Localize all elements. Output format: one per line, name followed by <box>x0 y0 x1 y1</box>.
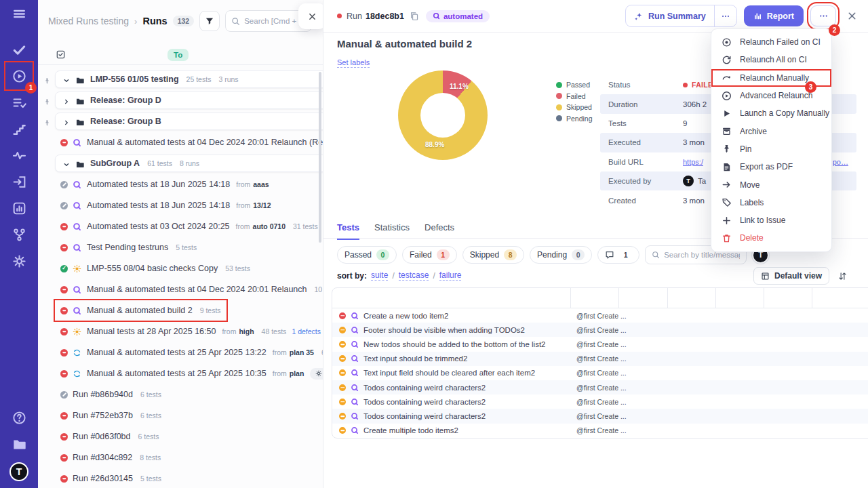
runs-check-icon[interactable] <box>11 41 27 58</box>
run-list-item[interactable]: LMP-555 08/04 basic checks Copy 53 tests <box>38 260 323 277</box>
status-filter-chip[interactable]: Pending 0 <box>530 246 592 264</box>
tasks-list-icon[interactable] <box>11 94 27 110</box>
run-summary-button[interactable]: Run Summary <box>626 5 714 26</box>
filter-button[interactable] <box>199 11 220 31</box>
analytics-icon[interactable] <box>11 200 27 216</box>
sort-by-testcase-link[interactable]: testcase <box>399 270 429 281</box>
runs-filter-chip-today[interactable]: To <box>167 49 189 61</box>
menu-icon[interactable] <box>11 5 27 22</box>
tests-search-input[interactable] <box>664 251 740 259</box>
settings-icon[interactable] <box>11 253 27 269</box>
run-list-item[interactable]: Run #b86b940d 6 tests <box>38 386 323 403</box>
build-url-link-tail[interactable]: po… <box>833 158 848 166</box>
run-list-item[interactable]: SubGroup A 61 tests 8 runs <box>38 155 323 172</box>
run-list-item[interactable]: Run #d304c892 8 tests <box>38 449 323 466</box>
test-table-row[interactable]: Create a new todo item2 @first Create ..… <box>332 308 868 323</box>
test-table-row[interactable]: Todos containing weird characters2 @firs… <box>332 409 868 423</box>
menu-item[interactable]: Pin <box>711 140 831 158</box>
menu-item[interactable]: Relaunch Failed on CI <box>711 33 831 51</box>
status-filter-chip[interactable]: Skipped 8 <box>462 246 524 264</box>
sort-order-icon[interactable] <box>837 271 848 281</box>
menu-item[interactable]: Relaunch Manually 3 <box>711 69 831 87</box>
run-actions-more-button[interactable]: 2 <box>810 5 836 26</box>
run-title: Automated tests at 03 Oct 2024 20:25 <box>87 222 230 231</box>
report-button[interactable]: Report <box>744 5 804 26</box>
run-list-item[interactable]: Manual & automated tests at 25 Apr 2025 … <box>38 344 323 361</box>
move-icon <box>722 180 732 190</box>
close-run-detail-button[interactable] <box>847 11 857 21</box>
run-tests-count: 31 tests <box>293 222 318 230</box>
chevron-icon[interactable] <box>62 117 71 125</box>
run-list-item[interactable]: Release: Group B <box>38 113 323 130</box>
test-table-row[interactable]: New todos should be added to the bottom … <box>332 337 868 351</box>
run-detail-tab[interactable]: Tests <box>337 222 359 240</box>
sign-in-icon[interactable] <box>11 174 27 190</box>
help-icon[interactable] <box>11 409 27 426</box>
steps-icon[interactable] <box>11 121 27 137</box>
test-table-row[interactable]: Footer should be visible when adding TOD… <box>332 323 868 337</box>
run-list-item[interactable]: Manual tests at 28 Apr 2025 16:50 fromhi… <box>38 323 323 340</box>
default-view-button[interactable]: Default view <box>753 267 829 285</box>
close-runs-panel-button[interactable] <box>298 3 323 29</box>
run-list-item[interactable]: Run #0d63f0bd 6 tests <box>38 428 323 445</box>
copy-run-id-button[interactable] <box>410 12 419 21</box>
run-detail-tab[interactable]: Defects <box>425 222 454 240</box>
status-filter-chip[interactable]: Failed 1 <box>402 246 457 264</box>
breadcrumb-project[interactable]: Mixed Runs testing <box>48 16 129 26</box>
menu-item[interactable]: Relaunch All on CI <box>711 51 831 68</box>
run-list-item[interactable]: Release: Group D <box>38 92 323 109</box>
automated-test-icon <box>351 412 359 420</box>
set-labels-link[interactable]: Set labels <box>337 58 370 68</box>
status-filter-chip[interactable]: 1 <box>597 246 639 264</box>
test-table-row[interactable]: Todos containing weird characters2 @firs… <box>332 394 868 409</box>
test-title: Todos containing weird characters2 <box>363 412 486 420</box>
runs-list-scrollbar[interactable] <box>319 72 321 243</box>
sort-by-suite-link[interactable]: suite <box>371 270 388 281</box>
chevron-icon[interactable] <box>62 75 71 83</box>
run-list-item[interactable]: Test Pending testruns 5 tests <box>38 239 323 256</box>
projects-icon[interactable] <box>11 436 27 452</box>
run-detail-tab[interactable]: Statistics <box>374 222 410 240</box>
run-list-item[interactable]: Run #752eb37b 6 tests <box>38 407 323 424</box>
automated-badge[interactable]: automated <box>426 10 490 22</box>
folder-icon <box>75 96 85 105</box>
sort-by-failure-link[interactable]: failure <box>439 270 462 281</box>
run-list-item[interactable]: Manual & automated tests at 04 Dec 2024 … <box>38 134 323 151</box>
run-list-item[interactable]: Manual & automated build 2 9 tests <box>38 302 323 319</box>
run-summary-more-button[interactable] <box>714 5 736 26</box>
play-circle-icon[interactable]: 1 <box>11 68 27 84</box>
branches-icon[interactable] <box>11 226 27 243</box>
run-list-item[interactable]: Manual & automated tests at 04 Dec 2024 … <box>38 281 323 298</box>
menu-item[interactable]: Export as PDF <box>711 158 831 176</box>
activity-icon[interactable] <box>11 147 27 163</box>
run-list-item[interactable]: Automated tests at 18 Jun 2025 14:18 fro… <box>38 176 323 193</box>
test-table-row[interactable]: Todos containing weird characters2 @firs… <box>332 380 868 394</box>
chevron-icon[interactable] <box>62 159 71 167</box>
menu-item[interactable]: Archive <box>711 122 831 140</box>
run-defects-link[interactable]: 1 defects <box>292 327 321 336</box>
menu-item[interactable]: Move <box>711 176 831 193</box>
menu-item[interactable]: Labels <box>711 194 831 211</box>
run-status-icon <box>60 286 68 293</box>
select-all-icon[interactable] <box>56 49 66 60</box>
test-suite: @first Create ... <box>571 412 868 420</box>
run-list-item[interactable]: Manual & automated tests at 25 Apr 2025 … <box>38 365 323 382</box>
run-list-item[interactable]: Automated tests at 03 Oct 2024 20:25 fro… <box>38 218 323 235</box>
menu-item[interactable]: Delete <box>711 229 831 247</box>
run-list-item[interactable]: LMP-556 01/05 testing 25 tests 3 runs <box>38 70 323 88</box>
user-avatar[interactable]: T <box>9 462 28 481</box>
test-table-row[interactable]: Text input field should be cleared after… <box>332 366 868 380</box>
build-url-link[interactable]: https:/ <box>683 158 703 166</box>
menu-item[interactable]: Launch a Copy Manually <box>711 104 831 122</box>
status-filter-row: Passed 0 Failed 1 Skipped 8 <box>337 245 769 264</box>
runs-search-input[interactable] <box>244 17 306 25</box>
run-list-item[interactable]: Automated tests at 18 Jun 2025 14:18 fro… <box>38 197 323 214</box>
status-filter-chip[interactable]: Passed 0 <box>337 246 397 264</box>
run-title: Run #752eb37b <box>73 411 133 420</box>
test-table-row[interactable]: Text input should be trimmed2 @first Cre… <box>332 352 868 366</box>
menu-item[interactable]: Link to Issue <box>711 211 831 229</box>
chevron-icon[interactable] <box>62 96 71 104</box>
run-list-item[interactable]: Run #26d30145 5 tests <box>38 470 323 487</box>
export-pdf-icon <box>722 162 732 172</box>
test-table-row[interactable]: Create multiple todo items2 @first Creat… <box>332 424 868 438</box>
